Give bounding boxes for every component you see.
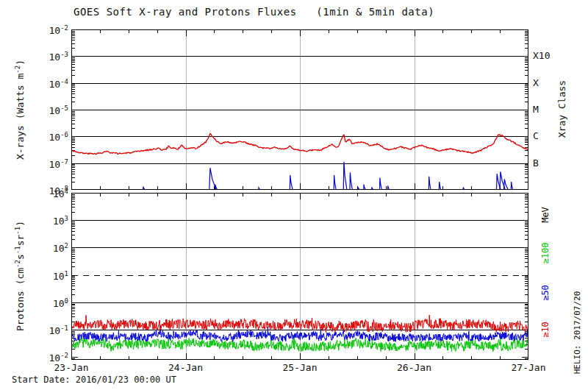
proton-y-axis-title: Protons (cm-2s-1sr-1) [14, 188, 26, 364]
x-tick-label: 23-Jan [46, 363, 97, 373]
proton-axis-sup2: -1 [14, 246, 21, 254]
y-tick-label: 10-4 [29, 77, 68, 90]
y-tick-label: 10-6 [29, 130, 68, 143]
proton-axis-text3: sr [15, 235, 26, 247]
xray-class-label: B [533, 157, 564, 169]
proton-axis-sup: -2 [14, 260, 21, 268]
x-tick-label: 27-Jan [503, 363, 554, 373]
x-tick-label: 25-Jan [274, 363, 326, 373]
proton-axis-text4: ) [15, 221, 26, 227]
xray-class-label: C [533, 130, 564, 141]
proton-flux-panel [71, 193, 528, 360]
y-tick-label: 101 [29, 269, 68, 282]
y-tick-label: 10-1 [29, 323, 68, 336]
y-tick-label: 10-5 [29, 103, 68, 116]
chart-title: GOES Soft X-ray and Protons Fluxes (1min… [74, 6, 434, 18]
x-tick-label: 24-Jan [160, 363, 212, 373]
y-tick-label: 100 [29, 296, 68, 309]
y-tick-label: 104 [29, 186, 68, 199]
xray-axis-text2: ) [15, 60, 26, 65]
y-tick-label: 10-7 [29, 157, 68, 170]
y-tick-label: 10-3 [29, 49, 68, 63]
xray-axis-text: X-rays (Watts m [15, 74, 26, 160]
y-tick-label: 102 [29, 241, 68, 254]
helio-watermark: HELIO: 2017/07/20 [573, 281, 583, 384]
start-date-label: Start Date: 2016/01/23 00:00 UT [12, 375, 176, 385]
xray-axis-sup: -2 [14, 65, 21, 74]
xray-class-label: M [533, 104, 564, 115]
y-tick-label: 103 [29, 213, 68, 227]
xray-flux-panel [71, 29, 528, 190]
goes-flux-chart: GOES Soft X-ray and Protons Fluxes (1min… [0, 0, 588, 390]
xray-y-axis-title: X-rays (Watts m-2) [14, 29, 26, 191]
proton-axis-text: Protons (cm [15, 268, 26, 331]
proton-energy-label: ≥10 [540, 306, 551, 353]
y-tick-label: 10-2 [29, 23, 68, 36]
proton-axis-text2: s [15, 254, 26, 260]
xray-class-label: X10 [533, 50, 564, 61]
xray-class-label: X [533, 77, 564, 88]
x-tick-label: 26-Jan [389, 363, 440, 373]
proton-axis-sup3: -1 [14, 227, 21, 235]
